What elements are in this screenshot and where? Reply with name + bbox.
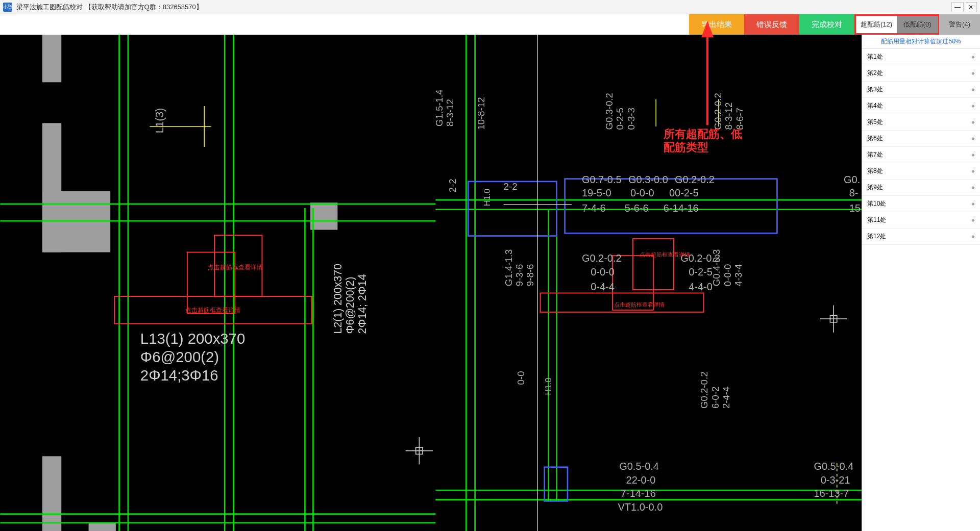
- cad-svg: L1(3) L13(1) 200x370 Φ6@200(2) 2Φ14;3Φ16…: [0, 35, 862, 531]
- svg-text:H1.0: H1.0: [483, 189, 492, 206]
- svg-text:H1.0: H1.0: [544, 378, 553, 395]
- cad-label-l1: L1(3): [154, 108, 166, 134]
- svg-text:0-0-0: 0-0-0: [722, 264, 733, 287]
- close-button[interactable]: ✕: [965, 2, 977, 12]
- error-feedback-button[interactable]: 错误反馈: [744, 14, 799, 35]
- tab-under-reinforcement[interactable]: 低配筋(0): [897, 16, 938, 33]
- svg-text:G0.2-0.2: G0.2-0.2: [582, 252, 622, 264]
- results-sidebar: 配筋用量相对计算值超过50% 第1处⌖第2处⌖第3处⌖第4处⌖第5处⌖第6处⌖第…: [862, 35, 980, 531]
- result-item-7[interactable]: 第7处⌖: [862, 147, 980, 163]
- cad-label-l2-1: L2(1) 200x370: [332, 264, 344, 334]
- svg-text:8-6-7: 8-6-7: [734, 108, 745, 130]
- svg-text:G0.2-0.2: G0.2-0.2: [699, 371, 709, 409]
- cad-label-l13-1: L13(1) 200x370: [140, 330, 245, 347]
- window-controls: — ✕: [951, 2, 977, 12]
- tab-over-reinforcement[interactable]: 超配筋(12): [856, 16, 897, 33]
- tab-highlight-box: 超配筋(12) 低配筋(0): [854, 14, 939, 35]
- locate-icon[interactable]: ⌖: [971, 103, 975, 110]
- locate-icon[interactable]: ⌖: [971, 233, 975, 240]
- svg-text:G0.4-0.3: G0.4-0.3: [711, 249, 722, 287]
- title-bar: 小智 梁平法施工图配筋校对 【获取帮助请加官方Q群：832658570】 — ✕: [0, 0, 980, 14]
- svg-text:2-4-4: 2-4-4: [721, 387, 731, 409]
- panel-header: 配筋用量相对计算值超过50%: [862, 35, 980, 49]
- svg-rect-6: [310, 203, 337, 230]
- svg-text:G1.5-1.4: G1.5-1.4: [434, 89, 445, 127]
- locate-icon[interactable]: ⌖: [971, 119, 975, 126]
- locate-icon[interactable]: ⌖: [971, 200, 975, 208]
- result-item-label: 第12处: [867, 232, 886, 241]
- cad-label-l13-3: 2Φ14;3Φ16: [140, 367, 218, 384]
- result-item-label: 第1处: [867, 53, 883, 61]
- svg-text:0-0-0: 0-0-0: [591, 266, 615, 277]
- svg-text:点击超筋框查看详情: 点击超筋框查看详情: [614, 301, 665, 308]
- results-list: 第1处⌖第2处⌖第3处⌖第4处⌖第5处⌖第6处⌖第7处⌖第8处⌖第9处⌖第10处…: [862, 49, 980, 245]
- svg-text:0-3-21: 0-3-21: [821, 474, 850, 486]
- result-item-4[interactable]: 第4处⌖: [862, 98, 980, 114]
- result-item-label: 第9处: [867, 183, 883, 192]
- window-title: 梁平法施工图配筋校对 【获取帮助请加官方Q群：832658570】: [16, 3, 951, 12]
- svg-text:G0.5-0.4: G0.5-0.4: [814, 461, 853, 472]
- result-item-3[interactable]: 第3处⌖: [862, 82, 980, 98]
- result-item-8[interactable]: 第8处⌖: [862, 163, 980, 180]
- locate-icon[interactable]: ⌖: [971, 184, 975, 191]
- svg-text:7-4-65-6-66-14-16: 7-4-65-6-66-14-16: [582, 203, 699, 214]
- locate-icon[interactable]: ⌖: [971, 54, 975, 61]
- tab-warnings[interactable]: 警告(4): [939, 14, 980, 35]
- svg-text:10-8-12: 10-8-12: [476, 97, 486, 130]
- cad-hint-left-2: 点击超筋框查看详情: [185, 307, 240, 314]
- svg-rect-5: [89, 523, 116, 531]
- result-item-label: 第6处: [867, 134, 883, 143]
- svg-text:G0.5-0.4: G0.5-0.4: [619, 461, 659, 472]
- svg-text:7-14-16: 7-14-16: [621, 488, 656, 499]
- app-icon: 小智: [3, 3, 12, 12]
- svg-text:0-2-5: 0-2-5: [689, 266, 713, 277]
- svg-text:4-3-4: 4-3-4: [733, 264, 744, 287]
- svg-text:2-2: 2-2: [447, 179, 458, 192]
- result-item-5[interactable]: 第5处⌖: [862, 114, 980, 131]
- result-item-label: 第2处: [867, 69, 883, 78]
- result-item-12[interactable]: 第12处⌖: [862, 229, 980, 245]
- svg-text:8-: 8-: [849, 187, 859, 198]
- svg-text:15: 15: [849, 203, 861, 214]
- cad-canvas[interactable]: L1(3) L13(1) 200x370 Φ6@200(2) 2Φ14;3Φ16…: [0, 35, 862, 531]
- svg-text:0-2-5: 0-2-5: [615, 108, 625, 130]
- cad-label-l2-2: Φ6@200(2): [344, 276, 356, 334]
- main-area: L1(3) L13(1) 200x370 Φ6@200(2) 2Φ14;3Φ16…: [0, 35, 980, 531]
- svg-rect-4: [42, 456, 61, 531]
- minimize-button[interactable]: —: [951, 2, 964, 12]
- locate-icon[interactable]: ⌖: [971, 151, 975, 159]
- svg-text:G0.2-0.2: G0.2-0.2: [713, 93, 723, 130]
- result-item-1[interactable]: 第1处⌖: [862, 49, 980, 65]
- finish-check-button[interactable]: 完成校对: [799, 14, 854, 35]
- export-button[interactable]: 导出结果: [689, 14, 744, 35]
- result-item-label: 第8处: [867, 167, 883, 175]
- svg-text:8-3-12: 8-3-12: [445, 99, 455, 127]
- svg-text:G0.3-0.2: G0.3-0.2: [604, 93, 615, 130]
- result-item-9[interactable]: 第9处⌖: [862, 180, 980, 196]
- svg-text:G0.7-0.5G0.3-0.0G0.2-0.2: G0.7-0.5G0.3-0.0G0.2-0.2: [582, 174, 715, 185]
- svg-text:0-3-3: 0-3-3: [626, 108, 636, 130]
- svg-text:0-0: 0-0: [516, 371, 526, 385]
- cad-hint-left-1: 点击超筋框查看详情: [208, 264, 263, 271]
- locate-icon[interactable]: ⌖: [971, 217, 975, 224]
- result-item-2[interactable]: 第2处⌖: [862, 65, 980, 82]
- locate-icon[interactable]: ⌖: [971, 86, 975, 93]
- result-item-10[interactable]: 第10处⌖: [862, 196, 980, 212]
- svg-text:22-0-0: 22-0-0: [626, 474, 656, 486]
- result-item-label: 第5处: [867, 118, 883, 127]
- locate-icon[interactable]: ⌖: [971, 168, 975, 175]
- svg-text:0-4-4: 0-4-4: [591, 281, 615, 292]
- locate-icon[interactable]: ⌖: [971, 135, 975, 142]
- result-item-label: 第11处: [867, 216, 886, 224]
- svg-text:16-13-7: 16-13-7: [814, 488, 849, 499]
- svg-text:4-4-0: 4-4-0: [689, 281, 713, 292]
- result-item-11[interactable]: 第11处⌖: [862, 212, 980, 229]
- locate-icon[interactable]: ⌖: [971, 70, 975, 77]
- toolbar: 导出结果 错误反馈 完成校对 超配筋(12) 低配筋(0) 警告(4): [0, 14, 980, 35]
- svg-text:9-8-6: 9-8-6: [525, 264, 535, 287]
- result-item-6[interactable]: 第6处⌖: [862, 131, 980, 147]
- cad-label-l2-3: 2Φ14; 2Φ14: [356, 274, 369, 334]
- svg-text:点击超筋框查看详情: 点击超筋框查看详情: [640, 251, 690, 258]
- result-item-label: 第10处: [867, 199, 886, 208]
- result-item-label: 第3处: [867, 85, 883, 94]
